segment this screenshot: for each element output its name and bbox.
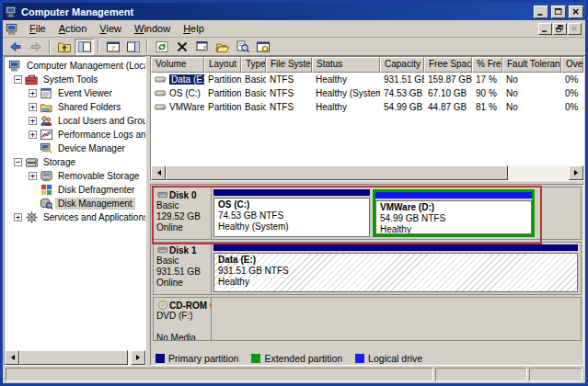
partition-os-c[interactable]: OS (C:)74.53 GB NTFSHealthy (System): [213, 189, 370, 237]
child-minimize-button[interactable]: [538, 23, 552, 35]
tree-item-disk-management[interactable]: Disk Management: [5, 197, 145, 210]
scroll-right-button[interactable]: [131, 350, 145, 365]
menu-view[interactable]: View: [93, 21, 128, 36]
tree-label: Disk Management: [56, 199, 134, 209]
column-header-capacity[interactable]: Capacity: [380, 57, 424, 73]
tree-expander[interactable]: +: [29, 89, 37, 97]
show-action-pane-button[interactable]: [123, 39, 143, 55]
cell-type: Basic: [241, 73, 266, 86]
tree-expander[interactable]: +: [14, 213, 22, 221]
tree-expander[interactable]: −: [14, 75, 22, 84]
tree-item-storage[interactable]: −Storage: [5, 155, 145, 169]
services-icon: [25, 210, 39, 224]
disk-label-disk-1[interactable]: Disk 1Basic931.51 GBOnline: [154, 243, 212, 294]
left-arrow-icon: [155, 170, 161, 176]
tree-horizontal-scrollbar[interactable]: [5, 350, 145, 365]
column-header-volume[interactable]: Volume: [151, 57, 204, 73]
volume-name: VMWare (D:): [169, 102, 204, 112]
title-bar[interactable]: Computer Management: [3, 3, 585, 20]
storage-icon: [25, 155, 39, 169]
disk-label-cd-rom-0[interactable]: CD-ROM 0DVD (F:) No Media: [154, 298, 212, 340]
volume-list-pane: VolumeLayoutTypeFile SystemStatusCapacit…: [150, 56, 584, 181]
menu-action[interactable]: Action: [52, 21, 94, 36]
app-icon: [5, 5, 18, 18]
computer-icon: [8, 59, 22, 73]
tree-item-services-and-applications[interactable]: +Services and Applications: [5, 210, 145, 224]
tree-expander[interactable]: +: [29, 117, 37, 125]
cell-volume: Data (E:): [151, 73, 204, 86]
app-computer-icon: [5, 5, 18, 18]
cell-capacity: 931.51 GB: [380, 73, 424, 86]
cell-volume: OS (C:): [151, 86, 204, 100]
properties-button[interactable]: [192, 39, 212, 55]
partition-vmware-d[interactable]: VMWare (D:)54.99 GB NTFSHealthy: [373, 189, 535, 237]
column-header-free[interactable]: % Free: [472, 57, 502, 73]
refresh-button[interactable]: [152, 39, 171, 55]
menu-help[interactable]: Help: [177, 21, 211, 36]
tree-item-local-users-and-groups[interactable]: +Local Users and Groups: [5, 114, 145, 128]
child-restore-button[interactable]: [553, 23, 567, 35]
console-help-button[interactable]: [253, 39, 272, 55]
disk-name-text: CD-ROM 0: [169, 301, 212, 311]
cdrom-icon: [156, 300, 169, 311]
disk-label-disk-0[interactable]: Disk 0Basic129.52 GBOnline: [154, 187, 212, 239]
tree-item-device-manager[interactable]: Device Manager: [5, 142, 145, 155]
cell-file-system: NTFS: [266, 73, 312, 86]
volume-row-data-e[interactable]: Data (E:)PartitionBasicNTFSHealthy931.51…: [151, 73, 583, 86]
volume-drive-icon: [155, 101, 167, 113]
delete-button[interactable]: [172, 39, 191, 55]
tree-label: Computer Management (Local): [25, 61, 145, 71]
cell-free: 81 %: [472, 100, 502, 114]
tree-expander[interactable]: −: [14, 158, 22, 166]
tree-expander[interactable]: +: [29, 131, 37, 139]
tree-item-disk-defragmenter[interactable]: Disk Defragmenter: [5, 183, 145, 197]
menu-file[interactable]: File: [23, 21, 52, 36]
cell-free-space: 44.87 GB: [424, 100, 472, 114]
scroll-left-button[interactable]: [151, 165, 166, 180]
tree-item-performance-logs-and-alerts[interactable]: +Performance Logs and Alerts: [5, 128, 145, 142]
open-button[interactable]: [213, 39, 232, 55]
volume-row-vmware-d[interactable]: VMWare (D:)PartitionBasicNTFSHealthy54.9…: [151, 100, 583, 114]
minimize-icon: [536, 6, 547, 17]
tree-item-shared-folders[interactable]: +Shared Folders: [5, 100, 145, 114]
table-horizontal-scrollbar[interactable]: [151, 165, 583, 180]
child-close-button[interactable]: [568, 23, 582, 35]
scroll-left-button[interactable]: [5, 350, 19, 365]
partition-data-e[interactable]: Data (E:)931.51 GB NTFSHealthy: [213, 244, 578, 292]
close-button[interactable]: [569, 6, 583, 18]
help-window-button[interactable]: ?: [103, 39, 122, 55]
tree-expander[interactable]: +: [29, 103, 37, 111]
scroll-thumb[interactable]: [19, 350, 128, 365]
legend-color-swatch: [156, 354, 165, 363]
disk-name-text: Disk 0: [169, 190, 196, 200]
back-button[interactable]: [6, 39, 25, 55]
scroll-track[interactable]: [508, 165, 569, 180]
show-console-tree-button[interactable]: [75, 39, 94, 55]
column-header-layout[interactable]: Layout: [204, 57, 241, 73]
tree-item-system-tools[interactable]: −System Tools: [5, 73, 145, 86]
tree-item-event-viewer[interactable]: +Event Viewer: [5, 86, 145, 100]
show-console-tree-icon: [77, 40, 92, 54]
column-header-type[interactable]: Type: [241, 57, 266, 73]
column-header-ove[interactable]: Ove: [561, 57, 583, 73]
minimize-button[interactable]: [534, 6, 548, 18]
scroll-right-button[interactable]: [569, 165, 583, 180]
forward-button[interactable]: [26, 39, 45, 55]
column-header-fault-tolerance[interactable]: Fault Tolerance: [502, 57, 561, 73]
maximize-button[interactable]: [551, 6, 566, 18]
up-one-level-button[interactable]: [54, 39, 74, 55]
partition-name: VMWare (D:): [380, 202, 527, 213]
tree-item-removable-storage[interactable]: +Removable Storage: [5, 169, 145, 183]
partition-color-band: [213, 189, 370, 196]
disk-graphical-view: Disk 0Basic129.52 GBOnlineOS (C:)74.53 G…: [150, 184, 584, 366]
column-header-status[interactable]: Status: [312, 57, 380, 73]
tree-item-computer-management-local[interactable]: Computer Management (Local): [5, 59, 145, 73]
volume-row-os-c[interactable]: OS (C:)PartitionBasicNTFSHealthy (System…: [151, 86, 583, 100]
performance-icon: [40, 128, 53, 142]
column-header-free-space[interactable]: Free Space: [424, 57, 472, 73]
menu-window[interactable]: Window: [128, 21, 177, 36]
scroll-thumb[interactable]: [166, 165, 508, 180]
tree-expander[interactable]: +: [29, 172, 37, 180]
column-header-file-system[interactable]: File System: [266, 57, 312, 73]
find-button[interactable]: [233, 39, 252, 55]
